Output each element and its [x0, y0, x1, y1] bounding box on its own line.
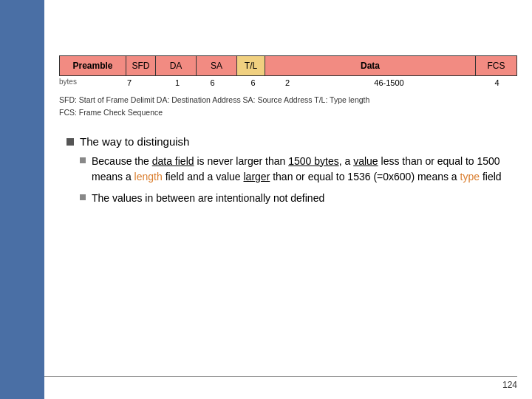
text-larger: larger: [244, 171, 270, 183]
sub-item-1: Because the data field is never larger t…: [80, 154, 517, 185]
byte-da: 6: [192, 76, 233, 89]
text-1500-bytes: 1500 bytes: [288, 155, 339, 167]
byte-sa: 6: [233, 76, 273, 89]
frame-cell-sa: SA: [197, 56, 237, 75]
sub-item-2: The values in between are intentionally …: [80, 191, 517, 206]
byte-tl: 2: [273, 76, 301, 89]
main-bullet-item: The way to distinguish: [66, 135, 517, 148]
sub-bullet-1: [80, 157, 86, 163]
main-bullet-icon: [66, 138, 74, 146]
sidebar-accent: [0, 0, 44, 399]
bytes-row: bytes 7 1 6 6 2 46-1500 4: [59, 76, 517, 89]
frame-cell-sfd: SFD: [126, 56, 156, 75]
bullet-section: The way to distinguish Because the data …: [59, 135, 517, 206]
frame-cell-data: Data: [265, 56, 476, 75]
sub-bullet-2: [80, 194, 86, 200]
page-number: 124: [502, 380, 517, 390]
text-data-field: data field: [152, 155, 194, 167]
sub-list: Because the data field is never larger t…: [66, 154, 517, 206]
byte-fcs: 4: [477, 76, 517, 89]
sub-item-1-text: Because the data field is never larger t…: [92, 154, 517, 185]
text-value: value: [353, 155, 378, 167]
byte-sfd: 1: [163, 76, 192, 89]
frame-header-row: Preamble SFD DA SA T/L Data FCS: [59, 55, 517, 76]
bottom-divider: [44, 376, 517, 377]
text-length: length: [134, 171, 163, 183]
byte-preamble: 7: [96, 76, 163, 89]
frame-cell-tl: T/L: [237, 56, 265, 75]
frame-cell-preamble: Preamble: [60, 56, 126, 75]
byte-data: 46-1500: [301, 76, 477, 89]
frame-cell-fcs: FCS: [476, 56, 516, 75]
bytes-label: bytes: [59, 76, 96, 89]
legend: SFD: Start of Frame Delimit DA: Destinat…: [59, 94, 517, 119]
text-type: type: [460, 171, 480, 183]
main-content: Preamble SFD DA SA T/L Data FCS bytes 7 …: [44, 0, 532, 399]
sub-item-2-text: The values in between are intentionally …: [92, 191, 324, 206]
legend-line-2: FCS: Frame Check Sequence: [59, 106, 517, 119]
ethernet-frame-diagram: Preamble SFD DA SA T/L Data FCS bytes 7 …: [59, 55, 517, 89]
main-bullet-text: The way to distinguish: [80, 135, 189, 148]
frame-cell-da: DA: [156, 56, 197, 75]
legend-line-1: SFD: Start of Frame Delimit DA: Destinat…: [59, 94, 517, 106]
